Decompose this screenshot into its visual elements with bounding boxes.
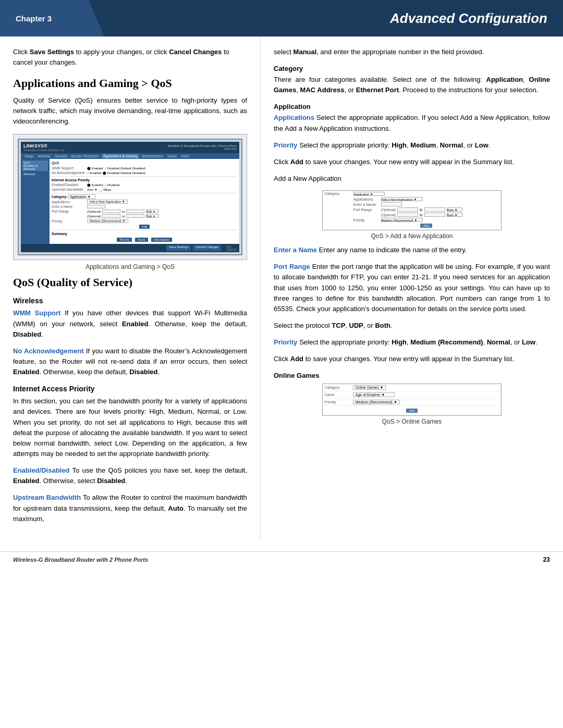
nav-tab-access[interactable]: Access Restriction (69, 154, 100, 158)
footer-page-number: 23 (543, 556, 550, 563)
priority2-term: Priority (274, 338, 298, 346)
udp-term: UDP (349, 322, 363, 329)
port-range-label: Port Range (52, 209, 85, 213)
port-from-input-2[interactable] (102, 214, 120, 218)
add-note-2: Click Add to save your changes. Your new… (274, 354, 550, 364)
qos-panel-title: QoS (52, 161, 237, 165)
online-category-select[interactable]: Online Games ▼ (353, 385, 386, 390)
qos-enter-name-input[interactable] (381, 202, 402, 206)
linksys-logo: LINKSYS® (23, 143, 65, 149)
section-heading-appsgaming: Applications and Gaming > QoS (13, 77, 247, 90)
both-term: Both (375, 322, 390, 329)
to-label-2: to (122, 215, 125, 218)
qos-applications-select[interactable]: Add a New Application ▼ (381, 197, 423, 201)
router-main-panel: QoS WMM Support: ⬤ Enabled ○ Disabled (D… (50, 159, 239, 244)
sidebar-wireless[interactable]: Wireless (22, 172, 48, 176)
applications-label: Applications (52, 200, 85, 204)
qos-to-1: to (420, 208, 422, 212)
nav-tab-security[interactable]: Security (53, 154, 68, 158)
qos-category-select[interactable]: Application ▼ (353, 192, 385, 196)
port-range-text: Port Range Enter the port range that the… (274, 262, 550, 314)
router-model: WRP400 (168, 147, 237, 151)
qos-protocol-2[interactable]: Both ▼ (447, 213, 462, 217)
online-category-row: Category Online Games ▼ (323, 384, 501, 391)
nav-tab-admin[interactable]: Administration (140, 154, 165, 158)
no-ack-disabled: ⬤ Disabled (Default Disabled) (103, 171, 145, 175)
enabled-disabled-label: Enabled/Disabled: (52, 183, 85, 187)
online-add-button[interactable]: Add (406, 409, 418, 413)
applications-select[interactable]: Add a New Application ▼ (87, 200, 128, 204)
online-priority-label: Priority (325, 400, 351, 404)
qos-port-from-2[interactable] (397, 213, 418, 217)
optional-1: (Optional) (381, 208, 396, 212)
protocol-note: Select the protocol TCP, UDP, or Both. (274, 320, 550, 331)
router-nav-tabs: Setup Wireless Security Access Restricti… (21, 153, 239, 159)
router-footer-buttons: Save Settings Cancel Changes ılıılı.CISC… (21, 244, 239, 252)
protocol-select-2[interactable]: Both ▼ (146, 214, 159, 218)
router-screenshot-box: LINKSYS® A Division of Cisco Systems, In… (13, 134, 247, 260)
nav-tab-wireless[interactable]: Wireless (36, 154, 52, 158)
nav-tab-apps-gaming[interactable]: Applications & Gaming (102, 154, 139, 158)
no-ack-text: No Acknowledgement If you want to disabl… (13, 346, 247, 377)
nav-tab-status[interactable]: Status (166, 154, 178, 158)
chapter-label: Chapter 3 (0, 0, 104, 36)
wmm-disabled-term: Disabled (13, 330, 41, 338)
auto-term: Auto (168, 504, 183, 512)
category-heading: Category (274, 65, 550, 72)
nav-tab-voice[interactable]: Voice (179, 154, 191, 158)
qos-protocol-1[interactable]: Both ▼ (447, 207, 462, 212)
port-to-input-2[interactable] (126, 214, 144, 218)
qos-port-from-1[interactable] (397, 207, 418, 212)
qos-add-row: Add (353, 224, 499, 228)
priority-term-1: Priority (274, 141, 298, 149)
enabled-radio[interactable]: ⬤ Enabled (87, 183, 103, 187)
priority-tab[interactable]: Priority (117, 238, 132, 242)
optional-label-2: (Optional) (87, 215, 101, 218)
cisco-logo: ılıılı.CISCO. (226, 245, 237, 251)
port-to-input-1[interactable] (126, 209, 144, 213)
mac-address-term: MAC Address (300, 86, 345, 94)
online-game-select[interactable]: Age of Empires ▼ (353, 392, 395, 397)
router-screenshot-inner: LINKSYS® A Division of Cisco Systems, In… (18, 139, 242, 255)
disabled-radio[interactable]: ○ Disabled (105, 183, 120, 187)
qos-priority-select[interactable]: Medium (Recommend) ▼ (381, 218, 423, 222)
wmm-support-term: WMM Support (13, 309, 60, 317)
none-tab[interactable]: None (135, 238, 148, 242)
applications-term: Applications (274, 114, 314, 121)
priority-select[interactable]: Medium (Recommend) ▼ (87, 219, 128, 223)
qos-add-button[interactable]: Add (420, 224, 432, 228)
information-tab[interactable]: Information (151, 238, 172, 242)
no-ack-enabled: ○ Enabled (87, 171, 101, 175)
page-footer: Wireless-G Broadband Router with 2 Phone… (0, 551, 563, 567)
qos-enter-name-row: Enter a Name (353, 202, 499, 206)
category-row: Category: Application ▼ (52, 195, 237, 199)
qos-priority-label: Priority (353, 218, 380, 222)
sidebar-qos[interactable]: QoS(Quality of Service) (22, 161, 48, 171)
nav-tab-setup[interactable]: Setup (23, 154, 35, 158)
online-game-label: Game (325, 393, 351, 397)
upstream-auto-select[interactable]: Auto ▼ (87, 188, 97, 191)
summary-label: Summary (52, 232, 237, 236)
qos-port-to-2[interactable] (424, 213, 445, 217)
save-settings-btn[interactable]: Save Settings (166, 245, 191, 251)
qos-port-range-label: Port Range (353, 208, 380, 212)
qos-applications-row: Applications Add a New Application ▼ (353, 197, 499, 201)
new-app-label: Add a New Application (274, 174, 550, 184)
add-term-2: Add (290, 355, 303, 363)
add-button[interactable]: Add (139, 225, 150, 229)
optional-label-1: (Optional) (87, 210, 101, 213)
enter-name-input[interactable] (87, 205, 105, 208)
wmm-support-row: WMM Support: ⬤ Enabled ○ Disabled (Defau… (52, 166, 237, 170)
divider-1 (52, 176, 237, 177)
tcp-term: TCP (332, 322, 345, 329)
protocol-select-1[interactable]: Both ▼ (146, 209, 159, 213)
qos-port-to-1[interactable] (424, 207, 445, 212)
screenshot-caption-main: Applications and Gaming > QoS (13, 263, 247, 270)
port-from-input-1[interactable] (102, 209, 120, 213)
enter-name-text: Enter a Name Enter any name to indicate … (274, 245, 550, 255)
cancel-changes-btn[interactable]: Cancel Changes (193, 245, 221, 251)
online-priority-select[interactable]: Medium (Recommend) ▼ (353, 400, 400, 404)
online-games-caption: QoS > Online Games (274, 418, 550, 425)
category-select[interactable]: Application ▼ (68, 194, 95, 199)
online-games-screenshot: Category Online Games ▼ Game Age of Empi… (322, 384, 502, 416)
